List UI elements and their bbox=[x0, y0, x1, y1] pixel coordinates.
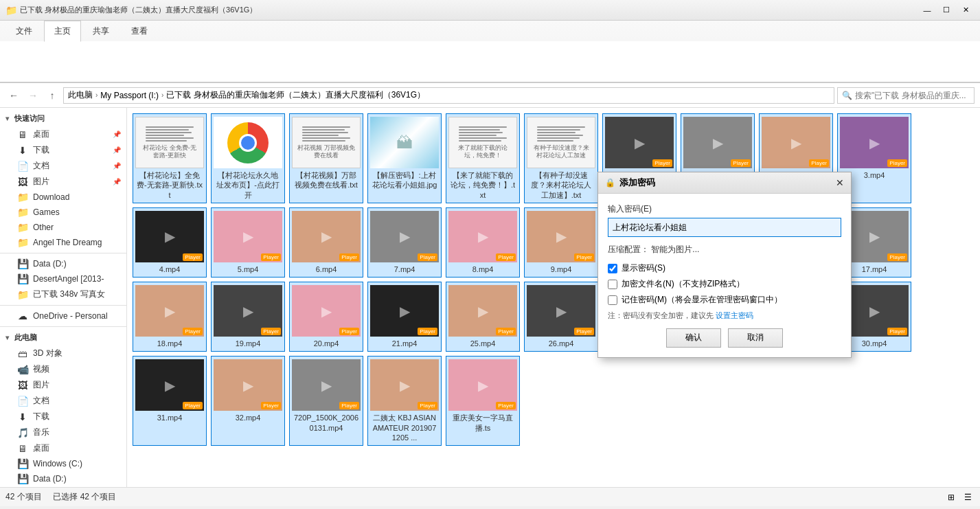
list-item[interactable]: ▶ Player 9.mp4 bbox=[524, 207, 598, 278]
file-name: 【村花论坛】全免费-无套路-更新快.txt bbox=[136, 170, 203, 200]
sidebar-item-desktop2[interactable]: 🖥 桌面 bbox=[0, 440, 126, 456]
list-item[interactable]: 村花视频 万部视频免费在线看 【村花视频】万部视频免费在线看.txt bbox=[289, 113, 363, 203]
this-pc-header[interactable]: ▾ 此电脑 bbox=[0, 330, 126, 346]
list-item[interactable]: ▶ Player 720P_1500K_20060131.mp4 bbox=[289, 356, 363, 446]
player-badge: Player bbox=[418, 253, 437, 261]
show-password-row: 显示密码(S) bbox=[608, 262, 841, 274]
sidebar-item-dl2[interactable]: ⬇ 下载 bbox=[0, 409, 126, 425]
list-item[interactable]: 【村花论坛永久地址发布页】-点此打开 bbox=[211, 113, 285, 203]
dialog-close-button[interactable]: ✕ bbox=[836, 177, 844, 188]
video-icon: 📹 bbox=[16, 364, 29, 375]
quick-access-header[interactable]: ▾ 快速访问 bbox=[0, 111, 126, 126]
password-label: 输入密码(E) bbox=[608, 203, 841, 215]
sidebar-item-pictures[interactable]: 🖼 图片 📌 bbox=[0, 174, 126, 190]
file-name: 8.mp4 bbox=[472, 264, 494, 274]
quick-access-section: ▾ 快速访问 🖥 桌面 📌 ⬇ 下载 📌 📄 文档 📌 🖼 图片 � bbox=[0, 111, 126, 250]
path-segment-drive: My Passport (I:) bbox=[100, 91, 159, 100]
pin-icon-4: 📌 bbox=[113, 178, 121, 185]
sidebar-item-download-folder[interactable]: 📁 Download bbox=[0, 190, 126, 205]
search-box[interactable]: 🔍 bbox=[837, 87, 975, 104]
dialog-note: 注：密码没有安全加密，建议先 设置主密码 bbox=[608, 310, 841, 321]
list-item[interactable]: ▶ Player 20.mp4 bbox=[289, 282, 363, 352]
sidebar-item-3d[interactable]: 🗃 3D 对象 bbox=[0, 346, 126, 361]
add-password-dialog[interactable]: 🔒 添加密码 ✕ 输入密码(E) 压缩配置： 智能为图片... 显示密码(S) bbox=[597, 172, 852, 358]
tab-share[interactable]: 共享 bbox=[82, 21, 119, 41]
sidebar-item-other[interactable]: 📁 Other bbox=[0, 220, 126, 235]
sidebar-item-winc[interactable]: 💾 Windows (C:) bbox=[0, 456, 126, 471]
player-badge: Player bbox=[496, 402, 516, 409]
sidebar-item-348v[interactable]: 📁 已下载 348v 写真女 bbox=[0, 286, 126, 302]
close-button[interactable]: ✕ bbox=[957, 3, 975, 17]
forward-button[interactable]: → bbox=[25, 87, 41, 104]
maximize-button[interactable]: ☐ bbox=[937, 3, 955, 17]
cancel-button[interactable]: 取消 bbox=[728, 328, 783, 348]
minimize-button[interactable]: — bbox=[918, 3, 936, 17]
password-input[interactable] bbox=[608, 218, 841, 237]
sidebar-item-pic[interactable]: 🖼 图片 bbox=[0, 377, 126, 393]
tab-file[interactable]: 文件 bbox=[5, 21, 43, 41]
list-item[interactable]: ▶ Player 31.mp4 bbox=[133, 356, 207, 446]
list-item[interactable]: ▶ Player 19.mp4 bbox=[211, 282, 285, 352]
player-badge: Player bbox=[574, 328, 594, 335]
up-button[interactable]: ↑ bbox=[44, 87, 60, 104]
file-name: 18.mp4 bbox=[157, 339, 183, 348]
divider-1 bbox=[0, 253, 126, 253]
tab-home[interactable]: 主页 bbox=[44, 21, 81, 42]
list-item[interactable]: ▶ Player 8.mp4 bbox=[446, 207, 520, 278]
list-item[interactable]: ▶ Player 重庆美女一字马直播.ts bbox=[446, 356, 520, 446]
encrypt-filename-checkbox[interactable] bbox=[608, 280, 617, 289]
view-large-icons[interactable]: ⊞ bbox=[944, 490, 958, 504]
list-item[interactable]: ▶ Player 5.mp4 bbox=[211, 207, 285, 278]
sidebar-item-download[interactable]: ⬇ 下载 📌 bbox=[0, 142, 126, 158]
list-item[interactable]: ▶ Player 6.mp4 bbox=[289, 207, 363, 278]
doc-icon: 📄 bbox=[16, 396, 29, 407]
list-item[interactable]: ▶ Player 18.mp4 bbox=[133, 282, 207, 352]
list-item[interactable]: 村花论坛 全免费-无套路-更新快 【村花论坛】全免费-无套路-更新快.txt bbox=[133, 113, 207, 203]
remember-password-checkbox[interactable] bbox=[608, 295, 617, 305]
sidebar-item-docs[interactable]: 📄 文档 📌 bbox=[0, 158, 126, 174]
player-badge: Player bbox=[887, 159, 907, 167]
list-item[interactable]: 有种子却没速度？来村花论坛人工加速 【有种子却没速度？来村花论坛人工加速】.tx… bbox=[524, 113, 598, 203]
sidebar-item-doc[interactable]: 📄 文档 bbox=[0, 393, 126, 409]
sidebar-item-desktop[interactable]: 🖥 桌面 📌 bbox=[0, 126, 126, 142]
player-badge: Player bbox=[496, 253, 516, 261]
back-button[interactable]: ← bbox=[5, 87, 22, 104]
sidebar-item-onedrive[interactable]: ☁ OneDrive - Personal bbox=[0, 308, 126, 324]
confirm-button[interactable]: 确认 bbox=[666, 328, 721, 348]
list-item[interactable]: ▶ Player 4.mp4 bbox=[133, 207, 207, 278]
list-item[interactable]: 🏔 【解压密码】:上村花论坛看小姐姐.jpg bbox=[367, 113, 442, 203]
file-thumbnail: ▶ Player bbox=[370, 359, 439, 411]
player-badge: Player bbox=[731, 159, 751, 167]
player-badge: Player bbox=[574, 253, 594, 261]
list-item[interactable]: ▶ Player 21.mp4 bbox=[367, 282, 442, 352]
compress-label: 压缩配置： 智能为图片... bbox=[608, 244, 841, 256]
sidebar-item-games[interactable]: 📁 Games bbox=[0, 205, 126, 220]
tab-view[interactable]: 查看 bbox=[121, 21, 158, 41]
list-item[interactable]: ▶ Player 32.mp4 bbox=[211, 356, 285, 446]
player-badge: Player bbox=[339, 253, 359, 261]
file-name: 【解压密码】:上村花论坛看小姐姐.jpg bbox=[371, 170, 438, 190]
sidebar-item-datad2[interactable]: 💾 Data (D:) bbox=[0, 471, 126, 486]
file-thumbnail: 来了就能下载的论坛，纯免费！ bbox=[448, 117, 517, 168]
list-item[interactable]: ▶ Player 7.mp4 bbox=[367, 207, 442, 278]
player-badge: Player bbox=[809, 159, 829, 167]
sidebar-item-music[interactable]: 🎵 音乐 bbox=[0, 425, 126, 440]
folder-icon-angel: 📁 bbox=[16, 237, 29, 248]
list-item[interactable]: ▶ Player 26.mp4 bbox=[524, 282, 598, 352]
set-master-password-link[interactable]: 设置主密码 bbox=[716, 311, 753, 319]
list-item[interactable]: ▶ Player 二姨太 KBJ ASIAN AMATEUR 201907120… bbox=[367, 356, 442, 446]
view-list[interactable]: ☰ bbox=[961, 490, 975, 504]
search-input[interactable] bbox=[855, 91, 970, 100]
file-thumbnail: ▶ Player bbox=[683, 117, 752, 168]
sidebar-item-passport[interactable]: 💾 My Passport (I:) bbox=[0, 486, 126, 487]
title-bar-title: 已下载 身材极品的重庆瑜伽老师（二姨太）直播大尺度福利（36V1G） bbox=[20, 5, 257, 15]
sidebar-item-desert[interactable]: 💾 DesertAngel [2013- bbox=[0, 271, 126, 286]
sidebar-item-angel[interactable]: 📁 Angel The Dreamg bbox=[0, 235, 126, 250]
winc-icon: 💾 bbox=[16, 458, 29, 469]
show-password-checkbox[interactable] bbox=[608, 264, 617, 273]
sidebar-item-video[interactable]: 📹 视频 bbox=[0, 361, 126, 377]
list-item[interactable]: ▶ Player 25.mp4 bbox=[446, 282, 520, 352]
address-path[interactable]: 此电脑 › My Passport (I:) › 已下载 身材极品的重庆瑜伽老师… bbox=[63, 87, 834, 104]
sidebar-item-datad[interactable]: 💾 Data (D:) bbox=[0, 256, 126, 271]
list-item[interactable]: 来了就能下载的论坛，纯免费！ 【来了就能下载的论坛，纯免费！】.txt bbox=[446, 113, 520, 203]
